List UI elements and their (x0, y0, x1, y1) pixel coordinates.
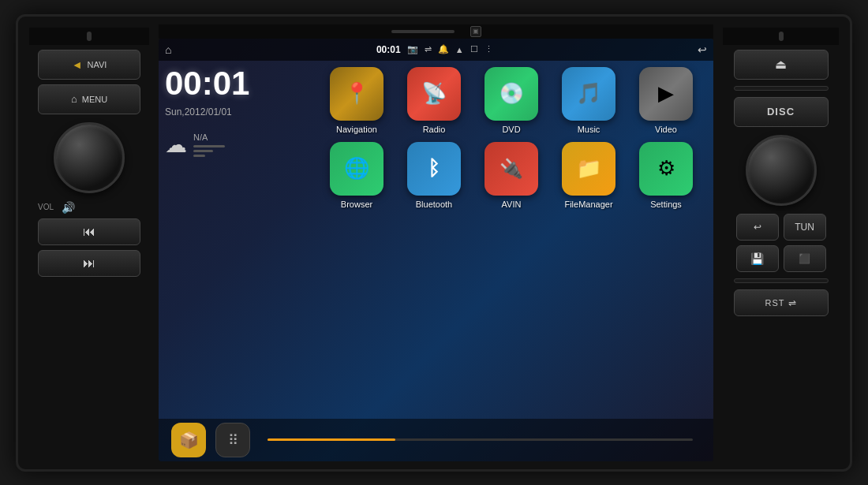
bottom-dock: 📦 ⠿ (159, 419, 713, 461)
vol-row: VOL 🔊 (38, 201, 140, 214)
filemanager-icon: 📁 (576, 156, 601, 181)
back-icon: ↩ (754, 222, 761, 233)
browser-icon: 🌐 (344, 156, 369, 181)
disc-button[interactable]: DISC (734, 97, 829, 127)
sd-button[interactable]: 💾 (736, 245, 779, 272)
prev-track-icon: ⏮ (83, 225, 95, 239)
screen-top-strip: ▣ (159, 24, 713, 39)
status-time: 00:01 (376, 44, 401, 55)
eject-icon: ⏏ (775, 57, 787, 72)
settings-label: Settings (650, 200, 682, 209)
app-avin[interactable]: 🔌 AVIN (476, 142, 547, 209)
app-radio[interactable]: 📡 Radio (398, 67, 470, 134)
bluetooth-label: Bluetooth (416, 200, 452, 209)
status-right: ↩ (698, 43, 707, 56)
prev-track-button[interactable]: ⏮ (38, 218, 140, 245)
tun-label: TUN (795, 222, 814, 233)
disc-label: DISC (767, 106, 795, 118)
dock-icon-1[interactable]: 📦 (171, 423, 206, 457)
avin-icon-bg: 🔌 (485, 142, 538, 196)
weather-bar-3 (193, 155, 205, 157)
home-icon[interactable]: ⌂ (165, 43, 171, 56)
menu-label: MENU (82, 95, 107, 104)
app-browser[interactable]: 🌐 Browser (321, 142, 392, 209)
menu-home-icon: ⌂ (71, 93, 77, 105)
navi-arrow-icon: ◄ (72, 58, 83, 71)
app-navigation[interactable]: 📍 Navigation (321, 67, 392, 134)
screen-bezel: ⌂ 00:01 📷 ⇌ 🔔 ▲ ☐ ⋮ ↩ (159, 39, 713, 461)
video-icon-bg: ▶ (639, 67, 693, 121)
next-track-button[interactable]: ⏭ (38, 250, 140, 277)
usb-button[interactable]: ⬛ (784, 245, 826, 272)
back-button[interactable]: ↩ (736, 214, 779, 241)
navi-button[interactable]: ◄ NAVI (38, 50, 140, 80)
cloud-icon: ☁ (165, 132, 187, 158)
disc-slot (734, 86, 829, 91)
tun-button[interactable]: TUN (784, 214, 826, 241)
navigation-icon: 📍 (344, 81, 369, 106)
rst-button[interactable]: RST ⇌ (734, 289, 829, 316)
status-left: ⌂ (165, 43, 171, 56)
app-filemanager[interactable]: 📁 FileManager (553, 142, 624, 209)
right-top-strip (723, 28, 839, 45)
left-top-strip (29, 28, 149, 45)
navigation-icon-bg: 📍 (330, 67, 383, 121)
eject-status-icon: ▲ (455, 45, 464, 54)
navi-label: NAVI (88, 60, 107, 69)
music-label: Music (578, 125, 600, 134)
music-icon-bg: 🎵 (562, 67, 615, 121)
back-nav-icon[interactable]: ↩ (698, 43, 707, 56)
camera-icon: 📷 (407, 44, 418, 54)
bluetooth-icon: ᛒ (428, 156, 440, 181)
app-settings[interactable]: ⚙ Settings (630, 142, 702, 209)
tune-knob[interactable] (746, 135, 817, 206)
vol-label: VOL (38, 203, 54, 211)
weather-bar-2 (193, 150, 213, 152)
app-grid: 📍 Navigation 📡 Radio (321, 67, 707, 412)
center-screen: ▣ ⌂ 00:01 📷 ⇌ 🔔 ▲ ☐ ⋮ (159, 24, 713, 461)
radio-icon-bg: 📡 (407, 67, 461, 121)
eject-button[interactable]: ⏏ (734, 50, 829, 80)
music-icon: 🎵 (576, 81, 601, 106)
left-panel: ◄ NAVI ⌂ MENU VOL 🔊 ⏮ ⏭ (26, 24, 152, 461)
notification-icon: 🔔 (438, 44, 449, 54)
more-icon: ⋮ (485, 44, 493, 54)
video-label: Video (655, 125, 677, 134)
sd-usb-row: 💾 ⬛ (736, 245, 826, 272)
app-row-1: 📍 Navigation 📡 Radio (321, 67, 707, 134)
dock-icon-2[interactable]: ⠿ (215, 423, 250, 457)
navigation-label: Navigation (336, 125, 377, 134)
corner-indicator: ▣ (470, 26, 481, 37)
wifi-icon: ⇌ (788, 297, 797, 308)
browser-label: Browser (341, 200, 372, 209)
app-music[interactable]: 🎵 Music (553, 67, 624, 134)
volume-knob[interactable] (54, 122, 125, 193)
disc-slot-indicator (391, 30, 455, 33)
avin-label: AVIN (502, 200, 522, 209)
app-bluetooth[interactable]: ᛒ Bluetooth (398, 142, 470, 209)
right-panel: ⏏ DISC ↩ TUN 💾 ⬛ RST ⇌ (720, 24, 842, 461)
settings-icon: ⚙ (657, 156, 675, 181)
weather-text: N/A (193, 132, 225, 142)
display-icon: ☐ (470, 44, 478, 54)
settings-icon-bg: ⚙ (639, 142, 693, 196)
weather-widget: ☁ N/A (165, 132, 315, 158)
next-track-icon: ⏭ (83, 256, 95, 270)
usb-icon: ⬛ (799, 253, 810, 264)
filemanager-label: FileManager (564, 200, 612, 209)
filemanager-icon-bg: 📁 (562, 142, 615, 196)
dock-progress-fill (268, 438, 395, 441)
radio-icon: 📡 (421, 81, 447, 106)
app-dvd[interactable]: 💿 DVD (476, 67, 547, 134)
car-head-unit: ◄ NAVI ⌂ MENU VOL 🔊 ⏮ ⏭ ▣ (16, 14, 852, 472)
rst-label: RST (765, 298, 785, 308)
app-row-2: 🌐 Browser ᛒ Bluetooth (321, 142, 707, 209)
weather-bar-1 (193, 145, 225, 147)
dock-progress-bar (268, 438, 693, 441)
mic-slot (87, 32, 92, 41)
video-icon: ▶ (658, 81, 674, 106)
menu-button[interactable]: ⌂ MENU (38, 84, 140, 114)
app-video[interactable]: ▶ Video (630, 67, 702, 134)
status-center: 00:01 📷 ⇌ 🔔 ▲ ☐ ⋮ (376, 44, 493, 55)
browser-icon-bg: 🌐 (330, 142, 383, 196)
